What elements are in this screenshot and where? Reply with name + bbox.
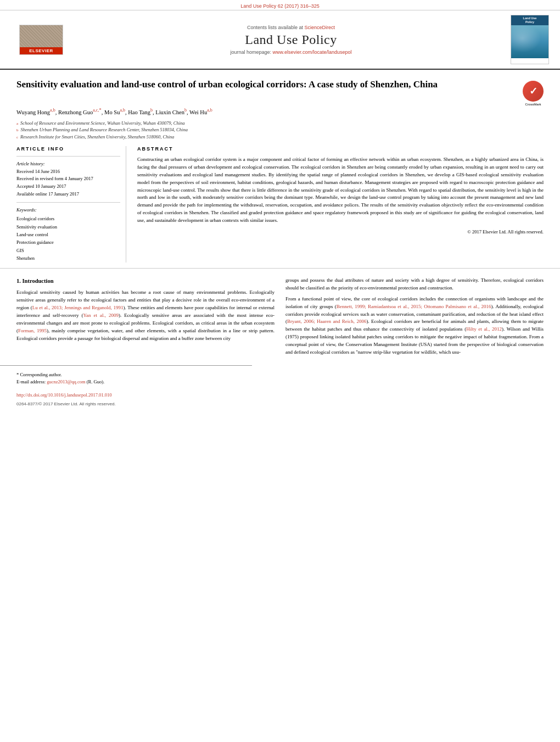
elsevier-wordmark: ELSEVIER (20, 47, 63, 54)
abstract-copyright: © 2017 Elsevier Ltd. All rights reserved… (137, 229, 544, 235)
footnote-area: * Corresponding author. E-mail address: … (0, 365, 252, 388)
affiliation-b: b Shenzhen Urban Planning and Land Resou… (16, 126, 544, 133)
article-history-label: Article history: (16, 161, 120, 166)
affiliation-c: c Research Institute for Smart Cities, S… (16, 133, 544, 141)
article-body: ARTICLE INFO Article history: Received 1… (16, 146, 544, 263)
ref-lu-2013[interactable]: Lu et al., 2013; Jennings and Reganold, … (32, 305, 124, 310)
page-container: Land Use Policy 62 (2017) 316–325 ELSEVI… (0, 0, 560, 409)
doi-anchor[interactable]: http://dx.doi.org/10.1016/j.landusepol.2… (16, 392, 111, 398)
crossmark-symbol: ✓ (529, 85, 537, 97)
doi-link: http://dx.doi.org/10.1016/j.landusepol.2… (16, 392, 544, 399)
crossmark-label: CrossMark (523, 103, 544, 106)
keywords-label: Keywords: (16, 207, 120, 213)
intro-paragraph-2: groups and possess the dual attributes o… (285, 277, 544, 292)
journal-thumbnail: Land Use Policy (511, 15, 549, 64)
received-date: Received 14 June 2016 (16, 168, 120, 176)
banner-center: Contents lists available at ScienceDirec… (71, 25, 511, 55)
thumb-image (511, 25, 548, 58)
sciencedirect-link[interactable]: ScienceDirect (305, 25, 335, 30)
abstract-column: ABSTRACT Constructing an urban ecologica… (137, 146, 544, 263)
author-sup-4: b (150, 108, 153, 113)
article-content: Sensitivity evaluation and land-use cont… (0, 70, 560, 269)
keywords-list: Ecological corridors Sensitivity evaluat… (16, 215, 120, 263)
info-divider-2 (16, 202, 120, 203)
bottom-copyright: 0264-8377/© 2017 Elsevier Ltd. All right… (0, 399, 560, 409)
ref-bennett-1999[interactable]: Bennett, 1999; Ramiadantsoa et al., 2015… (337, 304, 491, 309)
available-online-date: Available online 17 January 2017 (16, 191, 120, 198)
author-sup-6: a,b (207, 108, 212, 113)
keyword-6: Shenzhen (16, 254, 120, 262)
journal-banner: ELSEVIER Contents lists available at Sci… (0, 10, 560, 70)
elsevier-tree-graphic (20, 25, 63, 47)
journal-title: Land Use Policy (71, 32, 511, 47)
keyword-5: GIS (16, 247, 120, 254)
affiliation-a: a School of Resource and Environment Sci… (16, 120, 544, 127)
thumb-title: Land Use Policy (511, 15, 548, 25)
thumb-image-inner (511, 25, 548, 58)
doi-area: http://dx.doi.org/10.1016/j.landusepol.2… (0, 388, 560, 400)
contents-available-text: Contents lists available at ScienceDirec… (71, 25, 511, 30)
intro-paragraph-1: Ecological sensitivity caused by human a… (16, 289, 275, 343)
article-title-row: Sensitivity evaluation and land-use cont… (16, 78, 544, 102)
intro-heading: 1. Introduction (16, 277, 275, 286)
intro-paragraph-3: From a functional point of view, the cor… (285, 295, 544, 357)
body-two-column: 1. Introduction Ecological sensitivity c… (16, 277, 544, 360)
elsevier-logo: ELSEVIER (11, 25, 71, 55)
journal-citation-header: Land Use Policy 62 (2017) 316–325 (0, 0, 560, 10)
author-sup-1: a,b (50, 108, 55, 113)
article-title: Sensitivity evaluation and land-use cont… (16, 78, 514, 91)
homepage-line: journal homepage: www.elsevier.com/locat… (71, 49, 511, 55)
accepted-date: Accepted 10 January 2017 (16, 183, 120, 191)
body-right-column: groups and possess the dual attributes o… (285, 277, 544, 360)
keyword-2: Sensitivity evaluation (16, 223, 120, 231)
author-sup-2: a,c, (93, 108, 99, 113)
corresponding-star: * (99, 107, 102, 113)
author-sup-3: a,b (120, 108, 125, 113)
journal-citation-text: Land Use Policy 62 (2017) 316–325 (240, 3, 320, 9)
elsevier-image: ELSEVIER (19, 25, 63, 55)
body-left-column: 1. Introduction Ecological sensitivity c… (16, 277, 275, 360)
article-info-column: ARTICLE INFO Article history: Received 1… (16, 146, 126, 263)
ref-hilty-2012[interactable]: Hilty et al., 2012 (466, 326, 502, 332)
ref-forman-1995[interactable]: Forman, 1995 (18, 328, 47, 333)
author-sup-5: b (184, 108, 187, 113)
ref-yan-2009[interactable]: Yan et al., 2009 (83, 313, 119, 318)
affiliations: a School of Resource and Environment Sci… (16, 120, 544, 141)
abstract-text: Constructing an urban ecological corrido… (137, 156, 544, 225)
keyword-1: Ecological corridors (16, 215, 120, 222)
email-link[interactable]: gucnz2013@qq.com (47, 379, 85, 384)
crossmark-badge: ✓ CrossMark (523, 81, 544, 102)
ref-bryant-2006[interactable]: Bryant, 2006; Haaren and Reich, 2006 (287, 319, 366, 324)
keyword-3: Land-use control (16, 231, 120, 238)
keyword-4: Protection guidance (16, 238, 120, 246)
corresponding-author-note: * Corresponding author. (16, 371, 236, 378)
abstract-title: ABSTRACT (137, 146, 544, 152)
info-divider-1 (16, 156, 120, 157)
authors-line: Wuyang Honga,b, Renzhong Guoa,c,*, Mo Su… (16, 107, 544, 115)
revised-date: Received in revised form 4 January 2017 (16, 175, 120, 183)
homepage-link[interactable]: www.elsevier.com/locate/landusepol (273, 49, 352, 55)
email-footnote: E-mail address: gucnz2013@qq.com (R. Guo… (16, 378, 236, 386)
main-body: 1. Introduction Ecological sensitivity c… (0, 269, 560, 365)
article-info-title: ARTICLE INFO (16, 146, 120, 152)
crossmark-circle: ✓ (523, 81, 544, 102)
